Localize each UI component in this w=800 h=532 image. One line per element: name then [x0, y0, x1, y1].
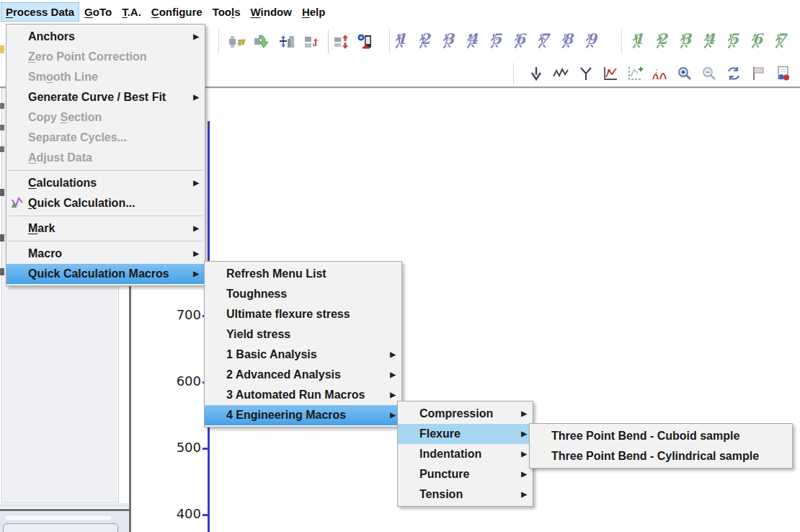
menu-item-generate-curve-best-fit[interactable]: Generate Curve / Best Fit▶	[6, 87, 205, 107]
quick-macro-button-3[interactable]: 3	[676, 32, 695, 50]
submenu-arrow-icon: ▶	[521, 484, 527, 505]
macro-button-3[interactable]: 3	[439, 32, 458, 50]
menu-item-separate-cycles: Separate Cycles...	[6, 128, 205, 148]
menubar-item-tools[interactable]: Tools	[208, 3, 245, 21]
menu-item-quick-calculation[interactable]: Quick Calculation...	[6, 193, 205, 213]
quick-macro-button-2[interactable]: 2	[652, 32, 671, 50]
macro-button-6[interactable]: 6	[510, 32, 529, 50]
chart-point-icon[interactable]	[602, 65, 619, 82]
menu-item-label: 1 Basic Analysis	[226, 348, 317, 360]
quick-macro-button-6[interactable]: 6	[747, 32, 766, 50]
smooth-curve-icon[interactable]	[552, 65, 569, 82]
submenu-arrow-icon: ▶	[193, 244, 199, 264]
menubar-item-goto[interactable]: GoTo	[80, 3, 116, 21]
zoom-in-icon[interactable]	[676, 65, 693, 82]
macro-number: 7	[776, 30, 786, 48]
y-axis-tick	[203, 514, 208, 516]
menu-item-label: Toughness	[226, 288, 287, 300]
menubar-item-help[interactable]: Help	[298, 3, 330, 21]
macro-number: 8	[563, 30, 573, 48]
menu-item-puncture[interactable]: Puncture▶	[398, 464, 533, 484]
drop-anchor-icon[interactable]	[528, 65, 545, 82]
toolbar-icon-fragment	[0, 125, 4, 130]
clamp-green-arrow-icon[interactable]	[252, 32, 271, 51]
quick-calculation-icon	[10, 196, 25, 217]
macro-number: 3	[444, 30, 454, 48]
peaks-icon[interactable]	[652, 65, 669, 82]
quick-macro-button-5[interactable]: 5	[724, 32, 742, 50]
menu-item-macro[interactable]: Macro▶	[6, 244, 205, 264]
macro-button-4[interactable]: 4	[463, 32, 481, 50]
menubar-item-configure[interactable]: Configure	[147, 3, 207, 21]
branch-icon[interactable]	[577, 65, 595, 82]
macro-number: 6	[515, 30, 525, 48]
quick-macro-button-1[interactable]: 1	[628, 32, 647, 50]
menu-item-label: Calculations	[28, 177, 97, 189]
menu-item-indentation[interactable]: Indentation▶	[398, 444, 533, 464]
menu-item-smooth-line: Smooth Line	[6, 67, 205, 87]
bottom-panel-header	[3, 523, 118, 532]
report-icon[interactable]	[775, 65, 792, 82]
toolbar-separator	[218, 30, 219, 53]
macro-number: 6	[752, 30, 763, 48]
submenu-arrow-icon: ▶	[193, 173, 199, 193]
submenu-arrow-icon: ▶	[390, 365, 396, 385]
quick-macro-button-7[interactable]: 7	[771, 32, 790, 50]
menubar-item-t-a-[interactable]: T.A.	[117, 3, 146, 21]
bottom-panel-strip	[4, 515, 112, 521]
macro-button-5[interactable]: 5	[486, 32, 505, 50]
macro-number: 9	[587, 30, 597, 48]
menubar-item-process-data[interactable]: Process Data	[1, 3, 79, 21]
snapshot-icon[interactable]	[356, 32, 375, 51]
menu-item-three-point-bend-cuboid-sample[interactable]: Three Point Bend - Cuboid sample	[530, 426, 792, 446]
toolbar-icon-fragment	[0, 189, 4, 196]
flag-icon[interactable]	[750, 65, 768, 82]
macro-button-9[interactable]: 9	[582, 32, 600, 50]
macro-number: 5	[492, 30, 502, 48]
macro-button-1[interactable]: 1	[391, 32, 410, 50]
menu-item-copy-section: Copy Section	[6, 107, 205, 128]
menu-item-compression[interactable]: Compression▶	[398, 404, 533, 424]
toolbar-icon-fragment	[0, 268, 4, 275]
submenu-arrow-icon: ▶	[193, 27, 199, 47]
clamp-yellow-arrow-icon[interactable]	[227, 32, 246, 51]
menu-item-yield-stress[interactable]: Yield stress	[205, 324, 401, 345]
menu-item-ultimate-flexure-stress[interactable]: Ultimate flexure stress	[205, 304, 401, 324]
y-axis-tick	[203, 448, 208, 450]
submenu-arrow-icon: ▶	[193, 264, 199, 284]
toolbar-separator	[513, 63, 514, 84]
submenu-arrow-icon: ▶	[390, 345, 396, 365]
submenu-arrow-icon: ▶	[521, 464, 527, 484]
menu-item-calculations[interactable]: Calculations▶	[6, 173, 205, 193]
menu-item-label: Compression	[419, 407, 493, 420]
zoom-out-icon[interactable]	[701, 65, 718, 82]
refresh-icon[interactable]	[725, 65, 742, 82]
menu-item-2-advanced-analysis[interactable]: 2 Advanced Analysis▶	[205, 365, 401, 385]
menu-item-refresh-menu-list[interactable]: Refresh Menu List	[205, 264, 401, 284]
menu-item-label: Three Point Bend - Cuboid sample	[551, 430, 739, 442]
quick-macro-button-4[interactable]: 4	[700, 32, 719, 50]
text-height-anchor-icon[interactable]	[278, 32, 297, 51]
macro-button-2[interactable]: 2	[415, 32, 434, 50]
menu-item-3-automated-run-macros[interactable]: 3 Automated Run Macros▶	[205, 385, 401, 405]
submenu-arrow-icon: ▶	[390, 385, 396, 405]
chart-add-icon[interactable]	[626, 65, 644, 82]
macro-button-7[interactable]: 7	[534, 32, 553, 50]
menu-item-4-engineering-macros[interactable]: 4 Engineering Macros▶	[205, 405, 401, 425]
menu-item-quick-calculation-macros[interactable]: Quick Calculation Macros▶	[6, 264, 205, 284]
menu-item-flexure[interactable]: Flexure▶	[398, 424, 533, 444]
macro-number: 4	[705, 30, 715, 48]
clamp-red-arrow-icon[interactable]	[303, 32, 321, 51]
menu-item-toughness[interactable]: Toughness	[205, 284, 401, 304]
adjust-up-down-icon[interactable]	[332, 32, 351, 51]
macro-number: 2	[657, 30, 667, 48]
menubar-item-window[interactable]: Window	[246, 3, 296, 21]
macro-button-8[interactable]: 8	[558, 32, 577, 50]
menu-item-mark[interactable]: Mark▶	[6, 218, 205, 239]
menu-item-1-basic-analysis[interactable]: 1 Basic Analysis▶	[205, 345, 401, 365]
menu-item-tension[interactable]: Tension▶	[398, 484, 533, 505]
menu-item-label: Indentation	[419, 448, 481, 460]
menu-item-anchors[interactable]: Anchors▶	[6, 27, 205, 47]
menu-item-three-point-bend-cylindrical-sample[interactable]: Three Point Bend - Cylindrical sample	[530, 446, 792, 466]
horizontal-splitter[interactable]	[0, 507, 129, 511]
